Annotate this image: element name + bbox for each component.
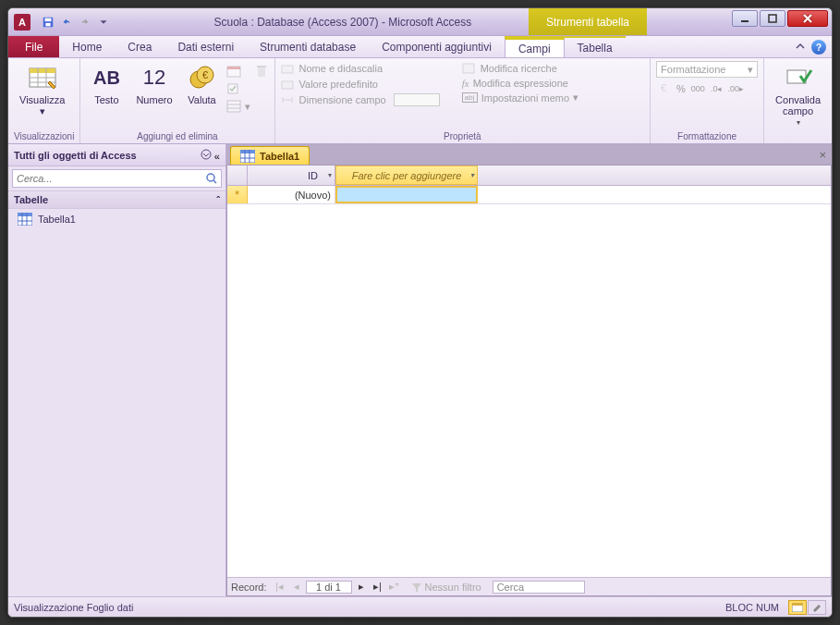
group-label-aggiungi: Aggiungi ed elimina <box>86 129 268 143</box>
nav-group-tabelle[interactable]: Tabelle ˆ <box>8 190 225 209</box>
record-search[interactable]: Cerca <box>493 581 585 594</box>
col-dropdown-icon[interactable]: ▾ <box>470 171 474 179</box>
quick-access-toolbar <box>40 14 112 31</box>
valore-button[interactable]: Valore predefinito <box>281 77 440 92</box>
impostazioni-memo-button[interactable]: ab|Impostazioni memo ▾ <box>462 91 578 104</box>
tab-dati-esterni[interactable]: Dati esterni <box>164 36 247 57</box>
column-headers: ID▾ Fare clic per aggiungere▾ <box>227 165 831 186</box>
design-view-btn[interactable] <box>808 600 826 615</box>
document-area: Tabella1 × ID▾ Fare clic per aggiungere▾… <box>226 144 832 596</box>
svg-rect-6 <box>30 68 55 73</box>
delete-button[interactable] <box>254 63 269 80</box>
tab-home[interactable]: Home <box>59 36 115 57</box>
dimensione-button[interactable]: Dimensione campo <box>281 92 440 107</box>
row-selector[interactable]: * <box>227 186 248 203</box>
modifica-ricerche-button[interactable]: Modifica ricerche <box>462 61 578 76</box>
search-icon[interactable] <box>202 170 221 187</box>
filter-indicator[interactable]: Nessun filtro <box>411 582 481 593</box>
datetime-button[interactable] <box>226 63 250 80</box>
file-tab[interactable]: File <box>8 36 59 57</box>
svg-text:€: € <box>661 82 666 93</box>
view-switcher <box>788 600 826 615</box>
yesno-button[interactable] <box>226 80 250 97</box>
record-navigator: Record: |◂ ◂ 1 di 1 ▸ ▸| ▸* Nessun filtr… <box>227 577 831 595</box>
svg-point-28 <box>207 174 214 181</box>
tab-campi[interactable]: Campi <box>505 38 565 57</box>
svg-rect-24 <box>463 64 474 73</box>
collapse-icon: ˆ <box>216 194 220 205</box>
status-numlock: BLOC NUM <box>725 602 779 613</box>
redo-icon[interactable] <box>77 14 93 31</box>
svg-rect-20 <box>258 67 265 77</box>
col-dropdown-icon[interactable]: ▾ <box>328 171 332 179</box>
document-tabs: Tabella1 × <box>226 144 832 165</box>
datasheet-body[interactable] <box>227 204 831 577</box>
doc-tab-tabella1[interactable]: Tabella1 <box>230 146 310 165</box>
close-button[interactable] <box>787 10 828 27</box>
group-convalida: Convalida campo ▾ <box>764 58 832 143</box>
svg-rect-36 <box>240 150 255 153</box>
save-icon[interactable] <box>40 14 56 31</box>
group-label-proprieta: Proprietà <box>281 129 645 143</box>
col-header-add[interactable]: Fare clic per aggiungere▾ <box>335 165 478 185</box>
tab-crea[interactable]: Crea <box>115 36 164 57</box>
nav-header[interactable]: Tutti gli oggetti di Access « <box>8 144 225 166</box>
svg-rect-22 <box>282 66 293 73</box>
currency-format-icon[interactable]: € <box>656 80 671 97</box>
group-label-visualizzazioni: Visualizzazioni <box>14 129 74 143</box>
tab-tabella[interactable]: Tabella <box>565 38 626 57</box>
convalida-button[interactable]: Convalida campo ▾ <box>770 61 826 129</box>
numero-button[interactable]: 12 Numero <box>130 61 177 107</box>
visualizza-button[interactable]: Visualizza▾ <box>14 61 70 118</box>
active-cell[interactable] <box>335 186 478 203</box>
thousands-icon[interactable]: 000 <box>691 84 705 93</box>
increase-decimals-icon[interactable]: .0◂ <box>711 84 723 93</box>
group-formattazione: Formattazione▾ € % 000 .0◂ .00▸ Formatta… <box>651 58 764 143</box>
testo-button[interactable]: AB Testo <box>86 61 127 107</box>
app-window: A Scuola : Database (Access 2007) - Micr… <box>7 7 833 618</box>
more-fields-button[interactable]: ▾ <box>226 98 250 115</box>
ribbon: Visualizza▾ Visualizzazioni AB Testo 12 … <box>8 58 832 144</box>
help-icon[interactable]: ? <box>811 40 826 55</box>
svg-rect-3 <box>741 20 749 22</box>
svg-rect-31 <box>18 213 32 216</box>
cell-id[interactable]: (Nuovo) <box>248 186 335 203</box>
prev-record-icon[interactable]: ◂ <box>289 581 304 594</box>
record-position[interactable]: 1 di 1 <box>306 581 352 594</box>
last-record-icon[interactable]: ▸| <box>371 581 385 594</box>
close-doc-icon[interactable]: × <box>819 148 826 162</box>
validation-icon <box>784 63 813 92</box>
format-combo[interactable]: Formattazione▾ <box>656 61 758 78</box>
statusbar: Visualizzazione Foglio dati BLOC NUM <box>8 596 832 617</box>
text-icon: AB <box>91 63 121 92</box>
col-header-id[interactable]: ID▾ <box>248 165 335 185</box>
app-icon: A <box>14 14 30 31</box>
minimize-button[interactable] <box>732 10 758 27</box>
group-proprieta: Nome e didascalia Valore predefinito Dim… <box>275 58 651 143</box>
datasheet-view-btn[interactable] <box>788 600 807 615</box>
nav-dropdown-icon[interactable]: « <box>201 149 220 162</box>
new-record-row: * (Nuovo) <box>227 186 831 204</box>
nav-search <box>12 169 222 188</box>
tab-strumenti-database[interactable]: Strumenti database <box>247 36 369 57</box>
maximize-button[interactable] <box>760 10 785 27</box>
main-area: Tutti gli oggetti di Access « Tabelle ˆ … <box>8 144 832 596</box>
search-input[interactable] <box>13 170 202 187</box>
svg-rect-4 <box>769 15 776 22</box>
percent-format-icon[interactable]: % <box>676 83 686 94</box>
nav-item-tabella1[interactable]: Tabella1 <box>8 209 225 229</box>
context-tools-title: Strumenti tabella <box>529 8 647 35</box>
qat-dropdown-icon[interactable] <box>95 14 112 31</box>
nome-button[interactable]: Nome e didascalia <box>281 61 440 76</box>
svg-line-29 <box>213 180 216 183</box>
decrease-decimals-icon[interactable]: .00▸ <box>727 84 744 93</box>
first-record-icon[interactable]: |◂ <box>273 581 287 594</box>
valuta-button[interactable]: € Valuta <box>182 61 223 107</box>
new-record-icon[interactable]: ▸* <box>387 581 402 594</box>
modifica-espressione-button[interactable]: fxModifica espressione <box>462 77 578 90</box>
tab-componenti[interactable]: Componenti aggiuntivi <box>369 36 505 57</box>
next-record-icon[interactable]: ▸ <box>354 581 369 594</box>
select-all-corner[interactable] <box>227 165 248 185</box>
minimize-ribbon-icon[interactable] <box>795 42 806 55</box>
undo-icon[interactable] <box>58 14 75 31</box>
